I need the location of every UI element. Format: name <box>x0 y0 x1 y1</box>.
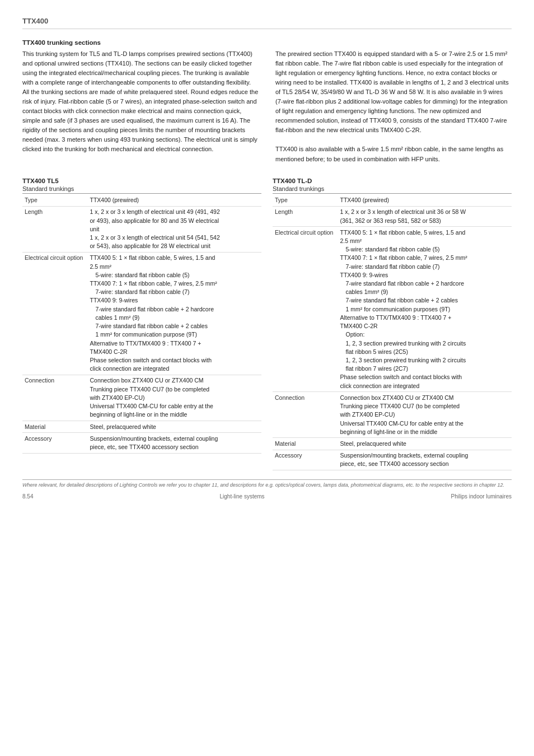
tables-section: TTX400 TL5 Standard trunkings Type TTX40… <box>22 178 512 471</box>
label-ecc-r: Electrical circuit option <box>273 227 338 392</box>
brand-label: Philips indoor luminaires <box>451 493 512 500</box>
chapter-label: Light-line systems <box>220 493 265 500</box>
table-left-subtitle: Standard trunkings <box>22 185 261 194</box>
table-row: Length 1 x, 2 x or 3 x length of electri… <box>273 206 512 226</box>
section-title: TTX400 trunking sections <box>22 39 512 46</box>
value-type-r: TTX400 (prewired) <box>338 195 512 207</box>
value-ecc: TTX400 5: 1 × flat ribbon cable, 5 wires… <box>87 252 261 375</box>
label-type: Type <box>22 195 87 207</box>
table-right-title: TTX400 TL-D <box>273 178 512 184</box>
table-row: Connection Connection box ZTX400 CU or Z… <box>22 375 261 421</box>
table-row: Type TTX400 (prewired) <box>273 195 512 207</box>
label-connection-r: Connection <box>273 392 338 438</box>
page-number: 8.54 <box>22 493 33 500</box>
value-accessory-r: Suspension/mounting brackets, external c… <box>338 450 512 470</box>
footer-note: Where relevant, for detailed description… <box>22 479 512 488</box>
value-accessory: Suspension/mounting brackets, external c… <box>87 433 261 453</box>
intro-col-right: The prewired section TTX400 is equipped … <box>275 49 512 164</box>
table-row: Electrical circuit option TTX400 5: 1 × … <box>22 252 261 375</box>
table-row: Connection Connection box ZTX400 CU or Z… <box>273 392 512 438</box>
label-material-r: Material <box>273 438 338 450</box>
label-ecc: Electrical circuit option <box>22 252 87 375</box>
table-block-right: TTX400 TL-D Standard trunkings Type TTX4… <box>273 178 512 471</box>
table-left-title: TTX400 TL5 <box>22 178 261 184</box>
value-material-r: Steel, prelacquered white <box>338 438 512 450</box>
label-length-r: Length <box>273 206 338 226</box>
value-type: TTX400 (prewired) <box>87 195 261 207</box>
table-row: Accessory Suspension/mounting brackets, … <box>22 433 261 453</box>
table-right: Type TTX400 (prewired) Length 1 x, 2 x o… <box>273 195 512 471</box>
value-material: Steel, prelacquered white <box>87 421 261 433</box>
label-type-r: Type <box>273 195 338 207</box>
table-row: Material Steel, prelacquered white <box>22 421 261 433</box>
table-row: Electrical circuit option TTX400 5: 1 × … <box>273 227 512 392</box>
label-connection: Connection <box>22 375 87 421</box>
table-row: Length 1 x, 2 x or 3 x length of electri… <box>22 206 261 252</box>
label-accessory: Accessory <box>22 433 87 453</box>
intro-col-left: This trunking system for TL5 and TL-D la… <box>22 49 259 164</box>
page-footer: 8.54 Light-line systems Philips indoor l… <box>22 493 512 500</box>
value-length: 1 x, 2 x or 3 x length of electrical uni… <box>87 206 261 252</box>
page-header: TTX400 <box>22 17 512 29</box>
value-connection-r: Connection box ZTX400 CU or ZTX400 CM Tr… <box>338 392 512 438</box>
table-row: Type TTX400 (prewired) <box>22 195 261 207</box>
label-length: Length <box>22 206 87 252</box>
value-length-r: 1 x, 2 x or 3 x length of electrical uni… <box>338 206 512 226</box>
table-block-left: TTX400 TL5 Standard trunkings Type TTX40… <box>22 178 261 471</box>
intro-columns: This trunking system for TL5 and TL-D la… <box>22 49 512 164</box>
value-connection: Connection box ZTX400 CU or ZTX400 CM Tr… <box>87 375 261 421</box>
table-left: Type TTX400 (prewired) Length 1 x, 2 x o… <box>22 195 261 454</box>
table-right-subtitle: Standard trunkings <box>273 185 512 194</box>
header-title: TTX400 <box>22 17 48 25</box>
value-ecc-r: TTX400 5: 1 × flat ribbon cable, 5 wires… <box>338 227 512 392</box>
label-material: Material <box>22 421 87 433</box>
table-row: Material Steel, prelacquered white <box>273 438 512 450</box>
label-accessory-r: Accessory <box>273 450 338 470</box>
table-row: Accessory Suspension/mounting brackets, … <box>273 450 512 470</box>
